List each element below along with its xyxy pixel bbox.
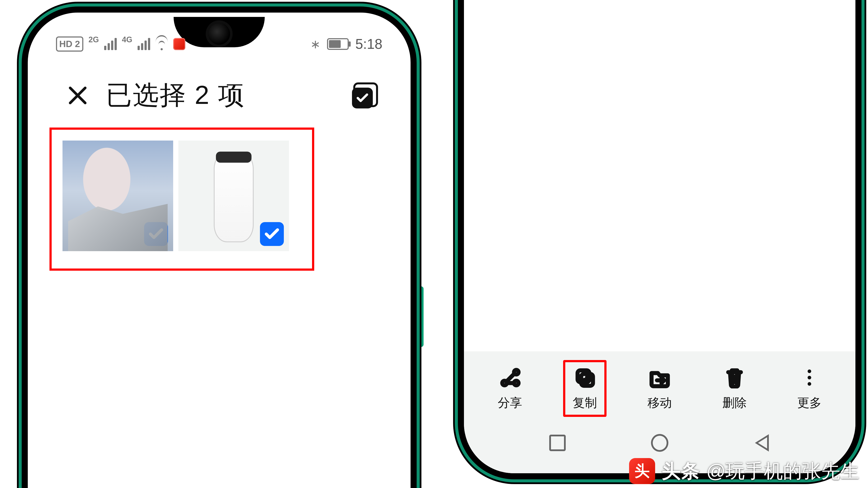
nav-back-button[interactable] bbox=[753, 434, 771, 452]
nav-recent-button[interactable] bbox=[549, 434, 566, 452]
phone-right-frame: 分享 复制 移动 bbox=[458, 0, 862, 479]
thumbnail-grid bbox=[62, 140, 289, 251]
wifi-icon bbox=[155, 38, 168, 50]
selected-check-icon[interactable] bbox=[260, 222, 284, 246]
share-button[interactable]: 分享 bbox=[488, 360, 532, 417]
watermark-brand: 头条 bbox=[662, 458, 700, 484]
triangle-back-icon bbox=[755, 434, 769, 452]
status-time: 5:18 bbox=[355, 36, 382, 52]
trash-icon bbox=[723, 366, 746, 390]
battery-icon bbox=[327, 38, 349, 50]
copy-button[interactable]: 复制 bbox=[563, 360, 607, 417]
watermark: 头 头条 @玩手机的张先生 bbox=[629, 458, 859, 484]
phone-left-screen: HD 2 2G 4G ∗ 5:18 已选择 2 项 bbox=[28, 12, 410, 488]
nav-home-button[interactable] bbox=[651, 434, 669, 452]
move-icon bbox=[648, 366, 672, 390]
more-label: 更多 bbox=[797, 395, 822, 411]
power-button bbox=[416, 286, 424, 347]
phone-left: HD 2 2G 4G ∗ 5:18 已选择 2 项 bbox=[6, 2, 432, 488]
svg-point-5 bbox=[807, 369, 811, 373]
status-bar: HD 2 2G 4G ∗ 5:18 bbox=[56, 32, 382, 56]
phone-right-screen: 分享 复制 移动 bbox=[464, 0, 856, 473]
status-right: ∗ 5:18 bbox=[310, 36, 382, 52]
delete-button[interactable]: 删除 bbox=[713, 360, 756, 417]
move-label: 移动 bbox=[648, 395, 672, 411]
network-1-tag: 2G bbox=[89, 35, 99, 44]
thumbnail-item[interactable] bbox=[178, 140, 289, 251]
svg-point-7 bbox=[807, 382, 811, 386]
status-left: HD 2 2G 4G bbox=[56, 36, 185, 52]
selection-header: 已选择 2 项 bbox=[67, 78, 378, 113]
share-icon bbox=[498, 366, 522, 390]
phone-right: 分享 复制 移动 bbox=[447, 0, 868, 488]
square-icon bbox=[549, 435, 566, 451]
toutiao-logo-icon: 头 bbox=[629, 458, 655, 484]
delete-label: 删除 bbox=[722, 395, 747, 411]
share-label: 分享 bbox=[498, 395, 522, 411]
more-icon bbox=[798, 366, 822, 390]
signal-bars-1-icon bbox=[104, 38, 117, 50]
copy-label: 复制 bbox=[573, 395, 597, 411]
signal-bars-2-icon bbox=[137, 38, 150, 50]
selection-title: 已选择 2 项 bbox=[106, 78, 245, 113]
hd-badge: HD 2 bbox=[56, 36, 83, 52]
selection-header-left: 已选择 2 项 bbox=[67, 78, 245, 113]
move-button[interactable]: 移动 bbox=[638, 360, 681, 417]
more-button[interactable]: 更多 bbox=[788, 360, 831, 417]
selected-check-icon[interactable] bbox=[144, 222, 168, 246]
network-2-tag: 4G bbox=[122, 35, 132, 44]
action-bar: 分享 复制 移动 bbox=[464, 351, 856, 421]
thumbnail-item[interactable] bbox=[62, 140, 173, 251]
svg-point-6 bbox=[807, 376, 811, 380]
copy-icon bbox=[573, 366, 597, 390]
close-icon[interactable] bbox=[67, 85, 89, 106]
select-all-checkbox-icon bbox=[352, 88, 373, 108]
phone-left-frame: HD 2 2G 4G ∗ 5:18 已选择 2 项 bbox=[22, 6, 416, 488]
bluetooth-icon: ∗ bbox=[310, 37, 320, 51]
app-store-icon bbox=[173, 38, 185, 50]
select-all-button[interactable] bbox=[352, 83, 378, 108]
circle-icon bbox=[651, 434, 669, 452]
watermark-handle: @玩手机的张先生 bbox=[706, 458, 859, 484]
